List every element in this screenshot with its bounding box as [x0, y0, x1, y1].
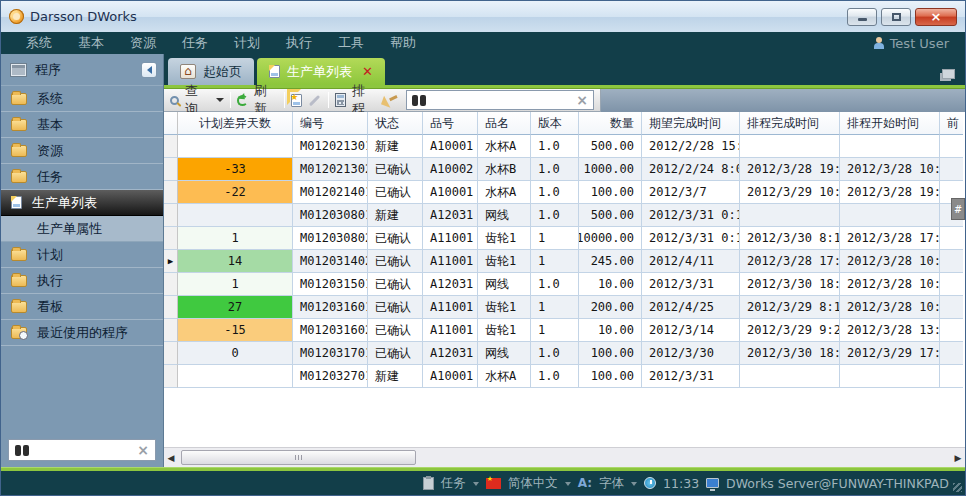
new-order-icon[interactable]: [291, 94, 302, 107]
table-row[interactable]: ▶ 14 M012031402 已确认 A11001 齿轮1 1 245.00 …: [164, 250, 965, 273]
table-row[interactable]: ▶ M012032701 新建 A10001 水杯A 1.0 100.00 20…: [164, 365, 965, 388]
table-row[interactable]: ▶ 27 M012031601 已确认 A11001 齿轮1 1 200.00 …: [164, 296, 965, 319]
edit-icon[interactable]: [309, 94, 321, 106]
menu-item[interactable]: 执行: [273, 34, 325, 52]
sidebar-item[interactable]: 资源: [1, 138, 163, 164]
table-row[interactable]: ▶ 0 M012031701 已确认 A12031 网线 1.0 100.00 …: [164, 342, 965, 365]
font-menu[interactable]: 字体: [599, 475, 624, 492]
toolbar-search-input[interactable]: [432, 93, 570, 107]
cell-expected-finish: 2012/4/11: [642, 250, 740, 273]
hash-marker[interactable]: #: [951, 198, 965, 220]
table-row[interactable]: ▶ -22 M012021401 已确认 A10001 水杯A 1.0 100.…: [164, 181, 965, 204]
sidebar-item[interactable]: 计划: [1, 242, 163, 268]
sidebar-item[interactable]: 基本: [1, 112, 163, 138]
row-selector[interactable]: ▶: [164, 319, 178, 342]
menu-item[interactable]: 资源: [117, 34, 169, 52]
cell-schedule-start: 2012/3/28 10:52: [840, 273, 940, 296]
column-header[interactable]: 期望完成时间: [642, 112, 740, 135]
language-menu[interactable]: 简体中文: [508, 475, 558, 492]
cell-version: 1.0: [531, 365, 579, 388]
column-header[interactable]: 计划差异天数: [178, 112, 293, 135]
row-selector[interactable]: ▶: [164, 250, 178, 273]
cell-status: 新建: [368, 365, 423, 388]
cell-plan-diff-days: [178, 204, 293, 227]
row-selector[interactable]: ▶: [164, 181, 178, 204]
column-header[interactable]: 品号: [423, 112, 478, 135]
scrollbar-thumb[interactable]: [181, 450, 416, 465]
font-dropdown-icon[interactable]: [631, 482, 637, 489]
menu-item[interactable]: 计划: [221, 34, 273, 52]
menu-item[interactable]: 工具: [325, 34, 377, 52]
tab-close-icon[interactable]: ✕: [362, 64, 373, 79]
cell-version: 1.0: [531, 204, 579, 227]
column-header[interactable]: 前: [940, 112, 963, 135]
menu-item[interactable]: 基本: [65, 34, 117, 52]
tab-start-page[interactable]: ⌂ 起始页: [168, 58, 254, 85]
query-dropdown-icon[interactable]: [216, 98, 224, 106]
menu-item[interactable]: 系统: [13, 34, 65, 52]
menu-item[interactable]: 帮助: [377, 34, 429, 52]
column-header[interactable]: 排程开始时间: [840, 112, 940, 135]
cell-schedule-start: 2012/3/28 17:13: [840, 227, 940, 250]
minimize-button[interactable]: [847, 8, 877, 26]
tab-order-list[interactable]: 生产单列表 ✕: [257, 58, 385, 85]
cell-item-no: A10001: [423, 365, 478, 388]
table-row[interactable]: ▶ 1 M012031501 已确认 A12031 网线 1.0 10.00 2…: [164, 273, 965, 296]
row-selector[interactable]: ▶: [164, 158, 178, 181]
sidebar-search-clear-icon[interactable]: ×: [137, 443, 149, 457]
task-menu[interactable]: 任务: [441, 475, 466, 492]
window-list-icon[interactable]: [942, 69, 955, 79]
sidebar-header-label: 程序: [35, 61, 61, 79]
sidebar-item[interactable]: 生产单属性: [1, 216, 163, 242]
row-selector[interactable]: ▶: [164, 365, 178, 388]
row-selector[interactable]: ▶: [164, 342, 178, 365]
column-header[interactable]: 版本: [531, 112, 579, 135]
cell-schedule-start: [840, 135, 940, 158]
sidebar-item[interactable]: 系统: [1, 86, 163, 112]
sidebar-item[interactable]: 最近使用的程序: [1, 320, 163, 346]
row-selector[interactable]: ▶: [164, 204, 178, 227]
column-header[interactable]: 编号: [293, 112, 368, 135]
sidebar-item[interactable]: 任务: [1, 164, 163, 190]
menu-item[interactable]: 任务: [169, 34, 221, 52]
sidebar-search-input[interactable]: [35, 443, 131, 457]
close-button[interactable]: ×: [915, 8, 957, 26]
cell-order-no: M012030801: [293, 204, 368, 227]
cell-item-no: A12031: [423, 273, 478, 296]
user-indicator[interactable]: Test User: [873, 36, 953, 51]
sidebar-collapse-button[interactable]: [141, 62, 157, 78]
cell-order-no: M012031601: [293, 296, 368, 319]
sidebar-item-label: 基本: [37, 116, 63, 134]
sidebar-item-icon: [11, 145, 27, 157]
column-header[interactable]: 品名: [478, 112, 531, 135]
toolbar-search-clear-icon[interactable]: ×: [576, 93, 588, 107]
resize-grip[interactable]: [953, 483, 962, 492]
table-row[interactable]: ▶ -33 M012021302 已确认 A10002 水杯B 1.0 1000…: [164, 158, 965, 181]
cell-version: 1: [531, 319, 579, 342]
sidebar-item[interactable]: 执行: [1, 268, 163, 294]
sidebar-item[interactable]: 生产单列表: [1, 190, 163, 216]
table-row[interactable]: ▶ -15 M012031602 已确认 A11001 齿轮1 1 10.00 …: [164, 319, 965, 342]
row-selector[interactable]: ▶: [164, 227, 178, 250]
row-selector[interactable]: ▶: [164, 273, 178, 296]
language-dropdown-icon[interactable]: [565, 482, 571, 489]
minimize-icon: [858, 18, 867, 21]
column-header[interactable]: 状态: [368, 112, 423, 135]
maximize-button[interactable]: [881, 8, 911, 26]
horizontal-scrollbar[interactable]: ◀ ▶: [164, 447, 965, 467]
column-header[interactable]: 排程完成时间: [740, 112, 840, 135]
clear-schedule-icon[interactable]: [381, 91, 398, 109]
table-row[interactable]: ▶ 1 M012030802 已确认 A11001 齿轮1 1 10000.00…: [164, 227, 965, 250]
table-row[interactable]: ▶ M012030801 新建 A12031 网线 1.0 500.00 201…: [164, 204, 965, 227]
task-dropdown-icon[interactable]: [473, 482, 479, 489]
table-row[interactable]: ▶ M012021301 新建 A10001 水杯A 1.0 500.00 20…: [164, 135, 965, 158]
scroll-right-icon[interactable]: ▶: [951, 453, 965, 463]
column-header[interactable]: 数量: [579, 112, 642, 135]
scroll-left-icon[interactable]: ◀: [164, 453, 178, 463]
sidebar-item[interactable]: 看板: [1, 294, 163, 320]
cell-expected-finish: 2012/3/31: [642, 273, 740, 296]
row-selector[interactable]: ▶: [164, 296, 178, 319]
maximize-icon: [892, 13, 901, 21]
row-selector[interactable]: ▶: [164, 135, 178, 158]
cell-schedule-start: 2012/3/28 10:52: [840, 158, 940, 181]
